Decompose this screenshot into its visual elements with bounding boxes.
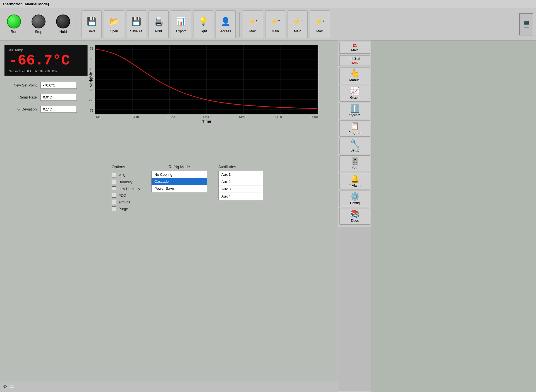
hold-label: Hold [59, 30, 67, 34]
main3-button[interactable]: ⚡3 Main [288, 10, 308, 38]
manual-icon: 👆 [350, 69, 360, 77]
config-icon: ⚙️ [350, 193, 360, 200]
main1-button[interactable]: ⚡1 Main [243, 10, 263, 38]
option-pdc-checkbox[interactable] [112, 193, 116, 198]
main2-icon: ⚡2 [269, 15, 281, 28]
main4-button[interactable]: ⚡4 Main [310, 10, 330, 38]
access-label: Access [220, 29, 231, 33]
setup-button[interactable]: 🔧 Setup [339, 138, 370, 154]
refrig-item-cascade[interactable]: Cascade [152, 178, 207, 185]
toolbar: Run Stop Hold 💾 Save 📂 Open 💾 Save As 🖨️… [0, 8, 536, 40]
access-button[interactable]: 👤 Access [216, 10, 236, 38]
main3-icon: ⚡3 [291, 15, 304, 28]
stop-button[interactable]: Stop [27, 10, 50, 38]
right-panel: 31 Main Int Stat 1239 👆 Manual 📈 Graph ℹ… [338, 40, 371, 392]
sysinfo-button[interactable]: ℹ️ SysInfo [339, 103, 370, 119]
sysinfo-icon: ℹ️ [350, 105, 360, 112]
open-button[interactable]: 📂 Open [104, 10, 124, 38]
option-low-humidity-checkbox[interactable] [112, 186, 116, 191]
export-button[interactable]: 📊 Export [171, 10, 191, 38]
aux-section: Auxiliaries Aux 1 Aux 2 Aux 3 Aux 4 [218, 165, 263, 211]
refrig-item-power-save[interactable]: Power Save [152, 185, 207, 192]
aux-item-2[interactable]: Aux 2 [219, 178, 263, 186]
run-button[interactable]: Run [3, 10, 25, 38]
y-tick-n50: -50 [89, 98, 93, 102]
print-button[interactable]: 🖨️ Print [149, 10, 169, 38]
left-panel: Air Temp -66.7°C Setpoint: -70.0°C Throt… [0, 40, 338, 392]
save-icon: 💾 [85, 15, 98, 28]
option-altitude-row: Altitude [112, 200, 140, 204]
options-title: Options [112, 165, 140, 169]
stop-label: Stop [35, 30, 42, 34]
refrig-list: No Cooling Cascade Power Save [151, 171, 207, 192]
config-button[interactable]: ⚙️ Config [339, 191, 370, 207]
access-icon: 👤 [219, 15, 232, 28]
main2-label: Main [272, 29, 279, 33]
save-button[interactable]: 💾 Save [82, 10, 102, 38]
x-tick-1330: 13:30 [203, 115, 210, 119]
run-label: Run [11, 30, 17, 34]
main1-label: Main [249, 29, 257, 33]
option-purge-label: Purge [118, 207, 128, 211]
docs-icon: 📚 [350, 210, 360, 218]
int-stat-label: Int Stat [350, 57, 360, 61]
print-label: Print [155, 29, 162, 33]
docs-button[interactable]: 📚 Docs [339, 208, 370, 225]
air-temp-label: Air Temp [9, 48, 83, 52]
save-as-button[interactable]: 💾 Save As [126, 10, 146, 38]
option-purge-checkbox[interactable] [112, 206, 116, 211]
graph-button[interactable]: 📈 Graph [339, 85, 370, 102]
aux-item-4[interactable]: Aux 4 [219, 193, 263, 200]
light-icon: 💡 [197, 15, 209, 28]
option-ptc-checkbox[interactable] [112, 173, 116, 177]
options-box: Options PTC Humidity Low Humidity PDC [112, 165, 140, 211]
chart-area: Variable 75 50 25 0 -25 -50 -75 [95, 45, 332, 123]
ramp-rate-label: Ramp Rate: [4, 95, 38, 99]
setup-icon: 🔧 [350, 140, 360, 148]
docs-label: Docs [351, 219, 358, 223]
title-text: Thermotron [Manual Mode] [2, 2, 49, 6]
cal-button[interactable]: 🎚️ Cal [339, 155, 370, 172]
save-as-icon: 💾 [130, 15, 142, 28]
export-label: Export [176, 29, 186, 33]
y-tick-n25: -25 [89, 88, 93, 92]
program-icon: 📋 [350, 122, 360, 130]
open-icon: 📂 [108, 15, 120, 28]
program-label: Program [348, 131, 361, 135]
program-button[interactable]: 📋 Program [339, 120, 370, 137]
separator-1 [78, 12, 78, 37]
t-alarm-button[interactable]: 🔔 T Alarm [339, 173, 370, 189]
deviation-input[interactable] [40, 106, 77, 113]
refrig-section: Refrig Mode No Cooling Cascade Power Sav… [151, 165, 207, 211]
x-tick-1310: 13:10 [131, 115, 139, 119]
main4-label: Main [316, 29, 324, 33]
option-altitude-checkbox[interactable] [112, 200, 116, 204]
option-low-humidity-row: Low Humidity [112, 186, 140, 191]
option-low-humidity-label: Low Humidity [118, 187, 140, 191]
hold-icon [56, 15, 70, 28]
run-icon [7, 15, 21, 28]
ramp-rate-input[interactable] [40, 94, 77, 101]
hold-button[interactable]: Hold [52, 10, 74, 38]
cal-icon: 🎚️ [350, 157, 360, 165]
refrig-title: Refrig Mode [151, 165, 207, 169]
new-set-point-input[interactable] [40, 82, 77, 89]
light-button[interactable]: 💡 Light [193, 10, 213, 38]
manual-button[interactable]: 👆 Manual [339, 68, 370, 84]
aux-item-3[interactable]: Aux 3 [219, 186, 263, 193]
refrig-item-no-cooling[interactable]: No Cooling [152, 171, 207, 178]
aux-item-1[interactable]: Aux 1 [219, 171, 263, 178]
x-tick-1300: 13:00 [95, 115, 103, 119]
option-humidity-checkbox[interactable] [112, 180, 116, 184]
y-tick-n75: -75 [89, 109, 93, 112]
main2-button[interactable]: ⚡2 Main [265, 10, 285, 38]
new-set-point-label: New Set Point: [4, 83, 38, 87]
graph-label: Graph [350, 96, 359, 100]
air-temp-display: Air Temp -66.7°C Setpoint: -70.0°C Throt… [4, 45, 88, 76]
main-layout: Air Temp -66.7°C Setpoint: -70.0°C Throt… [0, 40, 536, 392]
main-number: 31 [353, 43, 357, 48]
window-control[interactable]: 🖥️ [519, 13, 533, 35]
right-scrollbar[interactable] [338, 227, 371, 391]
option-ptc-row: PTC [112, 173, 140, 177]
setup-label: Setup [350, 148, 359, 152]
